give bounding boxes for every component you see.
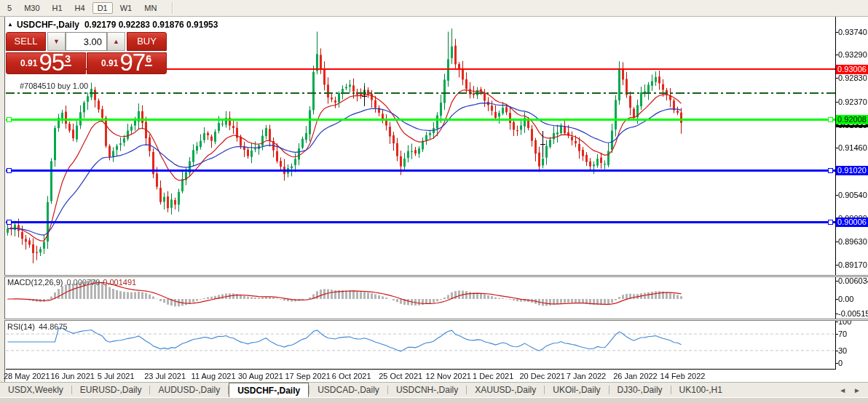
rsi-indicator-label: RSI(14)44.8675: [7, 322, 68, 331]
macd-indicator-label: MACD(12,26,9)0.0007790.001491: [7, 278, 136, 287]
rsi-tick-label: 30: [838, 346, 847, 355]
arrow-down-icon: ▼: [53, 38, 60, 45]
macd-value-signal: 0.001491: [103, 278, 136, 287]
macd-value-main: 0.000779: [66, 278, 100, 287]
price-badge-0.90006: 0.90006: [836, 218, 868, 227]
sell-price-pips: 95: [39, 53, 64, 71]
line-handle[interactable]: [828, 168, 833, 173]
date-label: 23 Jul 2021: [144, 372, 186, 380]
macd-tick-label: 0.00: [838, 295, 853, 303]
price-tick-label: 0.93290: [838, 50, 867, 59]
volume-input[interactable]: [66, 32, 107, 51]
chart-ohlc-values: 0.92179 0.92283 0.91876 0.91953: [84, 20, 218, 30]
line-handle[interactable]: [7, 168, 12, 173]
date-label: 11 Aug 2021: [192, 372, 236, 380]
rsi-name: RSI(14): [7, 322, 35, 331]
trade-open-line[interactable]: [6, 92, 835, 94]
sell-price-base: 0.91: [20, 58, 37, 68]
chart-tab-usdcnh-[interactable]: USDCNH-,Daily: [388, 383, 466, 397]
date-label: 17 Sep 2021: [285, 372, 330, 380]
price-tick-label: 0.89170: [838, 260, 867, 269]
timeframe-button-h1[interactable]: H1: [47, 2, 68, 14]
open-position-label: #7084510 buy 1.00: [20, 81, 88, 90]
status-bar: [0, 397, 868, 403]
date-label: 20 Dec 2021: [519, 372, 564, 380]
date-label: 30 Aug 2021: [238, 372, 283, 380]
chart-tab-audusd-[interactable]: AUDUSD-,Daily: [150, 383, 228, 397]
date-label: 26 Jan 2022: [613, 372, 658, 380]
date-label: 5 Jul 2021: [98, 372, 135, 380]
date-label: 12 Nov 2021: [426, 372, 471, 380]
price-tick-label: 0.93740: [838, 28, 867, 36]
timeframe-button-h4[interactable]: H4: [70, 2, 90, 14]
sell-price-panel[interactable]: 0.91 95 3: [6, 52, 86, 74]
tab-scroll-right-icon[interactable]: ►: [853, 386, 861, 394]
timeframe-button-mn[interactable]: MN: [139, 2, 162, 14]
collapse-panel-icon[interactable]: ▲: [7, 21, 13, 28]
chart-symbol-label: USDCHF-,Daily: [17, 20, 79, 30]
date-label: 28 May 2021: [4, 372, 50, 380]
rsi-tick-label: 70: [838, 330, 847, 338]
chart-tab-usdcad-[interactable]: USDCAD-,Daily: [309, 383, 387, 397]
chart-tab-usdchf-[interactable]: USDCHF-,Daily: [229, 383, 309, 397]
one-click-trading-widget: SELL ▼ ▲ BUY 0.91 95 3 0.91 97 6: [6, 32, 167, 74]
price-badge-0.91020: 0.91020: [836, 166, 868, 175]
date-label: 25 Oct 2021: [379, 372, 422, 380]
macd-name: MACD(12,26,9): [7, 278, 63, 287]
chart-title: ▲USDCHF-,Daily0.92179 0.92283 0.91876 0.…: [7, 20, 218, 30]
date-label: 16 Jun 2021: [50, 372, 95, 380]
chart-tab-xauusd-[interactable]: XAUUSD-,Daily: [467, 383, 544, 397]
chart-tabs-bar: USDX,WeeklyEURUSD-,DailyAUDUSD-,DailyUSD…: [0, 382, 868, 397]
chart-tab-eurusd-[interactable]: EURUSD-,Daily: [72, 383, 150, 397]
rsi-value: 44.8675: [39, 322, 68, 331]
line-handle[interactable]: [7, 117, 12, 122]
date-label: 14 Feb 2022: [660, 372, 706, 380]
application-window: 5M30H1H4D1W1MN ▲USDCHF-,Daily0.92179 0.9…: [0, 0, 868, 403]
chart-tab-ukoil-[interactable]: UKOil-,Daily: [545, 383, 608, 397]
arrow-up-icon: ▲: [113, 38, 119, 45]
macd-tick-label: 0.006034: [838, 276, 868, 285]
support-line-green[interactable]: [6, 119, 835, 121]
rsi-tick-label: 0: [838, 359, 843, 367]
tab-scroll-left-icon[interactable]: ◄: [839, 386, 846, 394]
timeframe-button-w1[interactable]: W1: [115, 2, 138, 14]
line-handle[interactable]: [828, 220, 833, 225]
price-badge-0.92008: 0.92008: [836, 115, 868, 124]
price-tick-label: 0.92370: [838, 97, 867, 106]
tab-scroll-arrows: ◄►: [839, 383, 861, 397]
support-line-blue-1[interactable]: [6, 169, 835, 172]
chart-tab-dj30-[interactable]: DJ30-,Daily: [609, 383, 671, 397]
line-handle[interactable]: [7, 220, 12, 225]
price-tick-label: 0.90540: [838, 191, 867, 199]
support-line-blue-2[interactable]: [6, 221, 835, 223]
rsi-pane-separator[interactable]: [4, 319, 868, 321]
price-tick-label: 0.89630: [838, 237, 867, 246]
buy-price-base: 0.91: [101, 58, 118, 68]
timeframe-button-m30[interactable]: M30: [19, 2, 44, 14]
time-axis-line: [6, 369, 836, 370]
buy-price-fraction: 6: [145, 53, 152, 66]
buy-price-panel[interactable]: 0.91 97 6: [87, 52, 167, 74]
toolbar-separator: [172, 2, 173, 14]
timeframe-toolbar: 5M30H1H4D1W1MN: [0, 0, 868, 17]
date-label: 6 Oct 2021: [332, 372, 371, 380]
chart-tab-uk100-[interactable]: UK100-,H1: [671, 383, 730, 397]
date-label: 7 Jan 2022: [567, 372, 606, 380]
price-tick-label: 0.91460: [838, 143, 867, 152]
line-handle[interactable]: [828, 117, 833, 122]
timeframe-button-d1[interactable]: D1: [92, 2, 113, 14]
chart-tab-usdx[interactable]: USDX,Weekly: [0, 383, 71, 397]
macd-pane-separator[interactable]: [4, 275, 868, 277]
date-label: 1 Dec 2021: [473, 372, 513, 380]
sell-price-fraction: 3: [64, 53, 71, 66]
timeframe-button-5[interactable]: 5: [2, 2, 17, 14]
price-badge-0.93006: 0.93006: [836, 65, 868, 74]
price-tick-label: 0.92830: [838, 73, 867, 82]
buy-price-pips: 97: [119, 53, 145, 71]
